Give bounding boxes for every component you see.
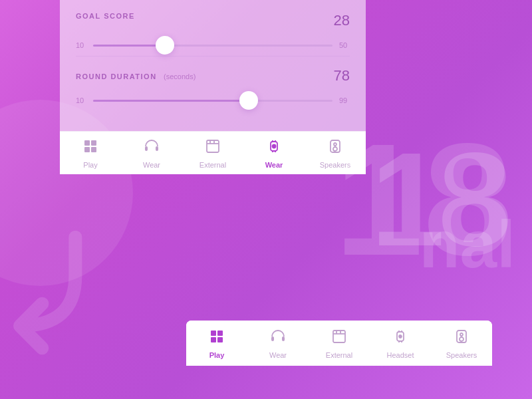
round-duration-section: ROUND DURATION (seconds) 78 10 99 — [76, 67, 350, 104]
goal-score-max: 50 — [339, 41, 350, 49]
nav-label-speakers-1: Speakers — [320, 161, 350, 169]
nav-item-external-1[interactable]: External — [193, 138, 233, 169]
headset-icon-1 — [144, 138, 160, 158]
external-icon-2 — [331, 329, 347, 348]
nav-item-play-1[interactable]: Play — [70, 138, 110, 169]
external-icon-1 — [205, 138, 221, 158]
svg-rect-4 — [145, 146, 148, 151]
svg-rect-19 — [211, 331, 216, 336]
svg-rect-24 — [282, 336, 285, 341]
nav-item-speakers-2[interactable]: Speakers — [442, 329, 481, 359]
nav-label-headset-2: Headset — [387, 351, 414, 359]
nav-item-play-2[interactable]: Play — [197, 329, 237, 359]
headset-icon-3 — [392, 329, 408, 348]
svg-rect-3 — [91, 147, 96, 152]
nav-item-external-2[interactable]: External — [319, 329, 359, 359]
navbar-2: Play Wear Exter — [186, 321, 492, 366]
svg-rect-20 — [217, 331, 223, 336]
watch-icon — [266, 138, 282, 158]
nav-item-speakers-1[interactable]: Speakers — [315, 138, 355, 169]
svg-rect-21 — [211, 337, 216, 342]
svg-rect-1 — [91, 140, 96, 146]
nav-label-speakers-2: Speakers — [446, 351, 477, 359]
panel-content: GOAL SCORE 28 10 50 ROUND DURATION (seco… — [60, 0, 366, 131]
nav-item-wear-1[interactable]: Wear — [132, 138, 172, 169]
speakers-icon-2 — [454, 329, 469, 348]
svg-rect-5 — [156, 146, 158, 151]
section-divider — [76, 56, 350, 57]
round-duration-thumb[interactable] — [239, 91, 258, 110]
round-duration-max: 99 — [339, 96, 350, 104]
nav-item-wear-2[interactable]: Wear — [258, 329, 298, 359]
svg-rect-23 — [271, 336, 274, 341]
nav-label-wear-2: Wear — [269, 351, 287, 359]
headset-icon-2 — [270, 329, 286, 348]
goal-score-thumb[interactable] — [156, 36, 174, 55]
goal-score-value: 28 — [334, 12, 350, 29]
nav-item-wear-active-1[interactable]: Wear — [254, 138, 294, 169]
goal-score-fill — [93, 45, 165, 47]
bg-number: 18 — [371, 133, 505, 266]
goal-score-track[interactable] — [93, 45, 332, 47]
speakers-icon-1 — [327, 138, 343, 158]
round-duration-label: ROUND DURATION — [76, 72, 157, 80]
round-duration-track[interactable] — [93, 100, 332, 102]
settings-panel: GOAL SCORE 28 10 50 ROUND DURATION (seco… — [60, 0, 366, 174]
nav-label-wear-active-1: Wear — [265, 161, 283, 169]
panel-2: Play Wear Exter — [186, 321, 492, 366]
bg-arrow-icon — [0, 226, 120, 359]
nav-label-play-2: Play — [209, 351, 225, 359]
round-duration-min: 10 — [76, 96, 86, 104]
svg-rect-22 — [217, 337, 223, 342]
svg-point-34 — [399, 335, 402, 338]
nav-item-headset-2[interactable]: Headset — [380, 329, 420, 359]
nav-label-play-1: Play — [83, 161, 97, 169]
round-duration-slider-row: 10 99 — [76, 96, 350, 104]
svg-point-15 — [273, 145, 276, 148]
nav-label-external-2: External — [326, 351, 352, 359]
svg-rect-6 — [207, 140, 219, 152]
round-duration-value: 78 — [334, 67, 350, 84]
svg-point-36 — [460, 333, 463, 336]
navbar-1: Play Wear Exter — [60, 131, 366, 174]
svg-point-37 — [460, 337, 464, 341]
nav-label-external-1: External — [200, 161, 226, 169]
round-duration-label-group: ROUND DURATION (seconds) — [76, 70, 196, 82]
goal-score-section: GOAL SCORE 28 10 50 — [76, 12, 350, 49]
goal-score-slider-row: 10 50 — [76, 41, 350, 49]
play-icon-2 — [209, 329, 225, 348]
svg-rect-25 — [333, 331, 345, 342]
svg-rect-0 — [84, 140, 90, 146]
goal-score-label: GOAL SCORE — [76, 12, 135, 20]
play-icon — [82, 138, 98, 158]
goal-score-min: 10 — [76, 41, 86, 49]
round-duration-sublabel: (seconds) — [164, 72, 196, 80]
round-duration-fill — [93, 100, 249, 102]
svg-point-17 — [334, 143, 336, 146]
svg-rect-2 — [84, 147, 90, 152]
nav-label-wear-1: Wear — [143, 161, 160, 169]
svg-point-18 — [333, 147, 337, 151]
